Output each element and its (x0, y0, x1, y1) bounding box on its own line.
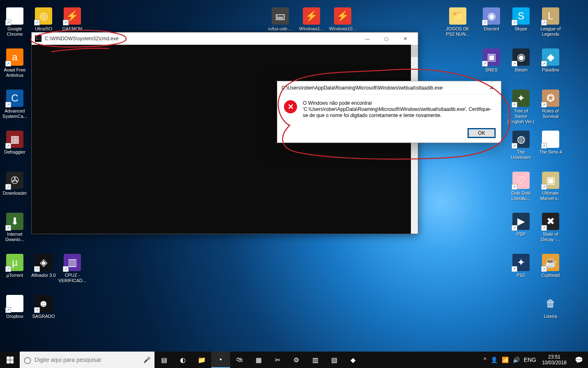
shortcut-arrow-icon: ↗ (5, 307, 11, 313)
taskbar-calculator[interactable]: ▦ (249, 352, 268, 368)
error-dialog[interactable]: C:\Users\rober\AppData\Roaming\Microsoft… (277, 81, 501, 143)
desktop-icon[interactable]: ⚡Windows1... (297, 7, 325, 32)
taskbar-app-3[interactable]: ◆ (344, 352, 362, 368)
app-icon: ⚡ (334, 7, 351, 25)
taskbar-cmd[interactable]: ▪ (211, 352, 230, 368)
dialog-close-button[interactable]: ✕ (482, 81, 501, 94)
clock-date: 10/03/2018 (542, 360, 567, 366)
mic-icon[interactable]: 🎤 (143, 356, 150, 363)
desktop-icon[interactable]: S↗Skype (507, 7, 535, 32)
icon-label: Windows1... (297, 26, 325, 32)
icon-label: Tree of Savior (English Ver.) (507, 108, 535, 124)
desktop-icon[interactable]: ⚡Windows10... (329, 7, 357, 32)
shortcut-arrow-icon: ↗ (5, 225, 11, 231)
desktop-icon[interactable]: ✇↗Downloader (1, 172, 29, 196)
task-view-button[interactable]: ▤ (154, 352, 173, 368)
shortcut-arrow-icon: ↗ (512, 102, 517, 108)
desktop-icon[interactable]: ▣↗SNES (477, 48, 505, 73)
desktop-icon[interactable]: C↗Advanced SystemCa... (1, 90, 29, 119)
desktop-icon[interactable]: 🗑Lixeira (537, 295, 565, 319)
shortcut-arrow-icon: ↗ (512, 143, 517, 149)
desktop-icon[interactable]: ⬇↗Internet Downlo... (1, 213, 29, 242)
icon-label: Downloader (1, 191, 29, 196)
cmd-titlebar[interactable]: C:\ C:\WINDOWS\system32\cmd.exe — ▢ ✕ (32, 32, 418, 45)
icon-label: µTorrent (1, 273, 29, 278)
desktop-icon[interactable]: ✪↗Rules of Survival (537, 90, 565, 119)
desktop-icon[interactable]: ⚡↗DAEMON (58, 7, 86, 32)
taskbar-file-explorer[interactable]: 📁 (192, 352, 211, 368)
desktop-icon[interactable]: ♡↗Doki Doki Literatu... (507, 172, 535, 201)
shortcut-arrow-icon: ↗ (541, 184, 547, 190)
tray-volume-icon[interactable]: 🔊 (513, 356, 520, 363)
shortcut-arrow-icon: ↗ (482, 20, 488, 25)
notification-center-button[interactable]: 💬 (570, 352, 588, 368)
desktop-icon[interactable]: ✦↗PS2 (507, 254, 535, 278)
icon-label: Cuphead (537, 273, 565, 278)
shortcut-arrow-icon: ↗ (5, 184, 11, 190)
desktop-icon[interactable]: ◈↗Afinador 3.0 (30, 254, 58, 278)
search-input[interactable] (35, 356, 143, 363)
desktop-icon[interactable]: 🖴rufus-usb-... (266, 7, 294, 32)
desktop-icon[interactable]: ◉↗Steam (507, 48, 535, 73)
shortcut-arrow-icon: ↗ (512, 266, 517, 272)
taskbar-store[interactable]: 🛍 (230, 352, 249, 368)
cmd-close-button[interactable]: ✕ (396, 32, 415, 45)
desktop-icon[interactable]: ✖↗State of Decay -... (537, 213, 565, 242)
icon-label: Skype (507, 26, 535, 32)
icon-label: SAGRADO (30, 314, 58, 319)
cmd-minimize-button[interactable]: — (358, 32, 377, 45)
desktop-icon[interactable]: ◍↗The Universim (507, 131, 535, 160)
desktop-icon[interactable]: ⬚↗Dropbox (1, 295, 29, 319)
desktop-icon[interactable]: ☕↗Cuphead (537, 254, 565, 278)
taskbar-search[interactable]: ◯ 🎤 (20, 352, 154, 368)
start-button[interactable] (0, 352, 20, 368)
desktop-icon[interactable]: ✦↗Tree of Savior (English Ver.) (507, 90, 535, 124)
desktop-icon[interactable]: a↗Avast Free Antivirus (1, 48, 29, 78)
taskbar-snip[interactable]: ✂ (268, 352, 287, 368)
dialog-ok-button[interactable]: OK (468, 129, 495, 138)
desktop-icon[interactable]: ◎↗UltraISO (30, 7, 58, 32)
taskbar-app-1[interactable]: ▥ (306, 352, 325, 368)
shortcut-arrow-icon: ↗ (34, 307, 40, 313)
taskbar-app-2[interactable]: ▧ (325, 352, 344, 368)
taskbar-chrome[interactable]: ◐ (173, 352, 192, 368)
desktop-icon[interactable]: ◐↗Google Chrome (1, 7, 29, 37)
app-icon: 🖴 (272, 7, 289, 25)
desktop-icon[interactable]: ▦↗Defraggler (1, 131, 29, 155)
desktop-icon[interactable]: L↗League of Legends (537, 7, 565, 37)
icon-label: Defraggler (1, 150, 29, 155)
shortcut-arrow-icon: ↗ (5, 102, 11, 108)
icon-label: Google Chrome (1, 26, 29, 37)
desktop-icon[interactable]: ▣↗Ultimate Marvel v... (537, 172, 565, 201)
taskbar-clock[interactable]: 23:51 10/03/2018 (539, 354, 570, 366)
icon-label: Steam (507, 67, 535, 73)
app-icon: ⚡ (303, 7, 320, 25)
desktop-icon[interactable]: 📁JOGOS DE PS2 NUN... (444, 7, 472, 37)
app-icon: 🗑 (542, 295, 559, 312)
desktop-icon[interactable]: ☻↗SAGRADO (30, 295, 58, 319)
search-icon: ◯ (24, 356, 31, 364)
icon-label: League of Legends (537, 26, 565, 37)
tray-language[interactable]: ENG (524, 356, 536, 363)
dialog-titlebar[interactable]: C:\Users\rober\AppData\Roaming\Microsoft… (277, 81, 501, 94)
shortcut-arrow-icon: ↗ (63, 20, 69, 25)
taskbar-settings[interactable]: ⚙ (287, 352, 306, 368)
dialog-message: O Windows não pode encontrar 'C:\Users\r… (303, 100, 493, 119)
system-tray[interactable]: ^ 👤 📶 🔊 ENG (481, 352, 539, 368)
tray-overflow-icon[interactable]: ^ (484, 356, 487, 363)
desktop-icon[interactable]: ◉↗Discord (477, 7, 505, 32)
desktop-icon[interactable]: ◆↗Paladins (537, 48, 565, 73)
desktop-icon[interactable]: µ↗µTorrent (1, 254, 29, 278)
icon-label: SNES (477, 67, 505, 73)
desktop-icon[interactable]: ▥↗CPUZ - VERIFICAD... (58, 254, 86, 283)
cmd-scroll-thumb[interactable] (411, 45, 418, 57)
tray-people-icon[interactable]: 👤 (491, 356, 498, 363)
error-icon: ✕ (284, 100, 297, 113)
shortcut-arrow-icon: ↗ (541, 102, 547, 108)
shortcut-arrow-icon: ↗ (482, 61, 488, 67)
cmd-maximize-button[interactable]: ▢ (377, 32, 396, 45)
cmd-icon: C:\ (35, 35, 42, 42)
desktop-icon[interactable]: ◆↗The Sims 4 (537, 131, 565, 155)
desktop-icon[interactable]: ▶↗PSP (507, 213, 535, 237)
tray-network-icon[interactable]: 📶 (502, 356, 509, 363)
